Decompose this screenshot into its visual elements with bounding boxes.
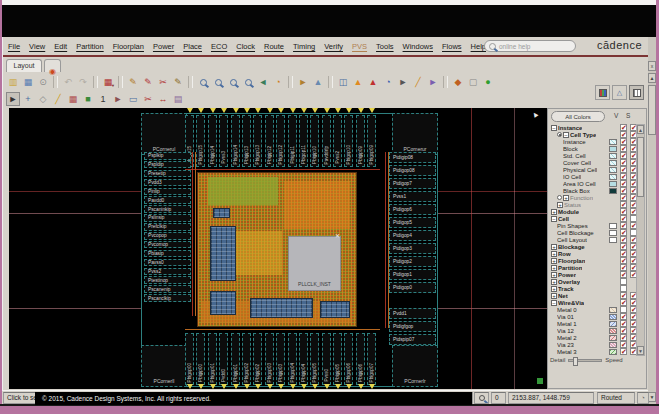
scroll-up-icon[interactable]: ▲: [637, 125, 644, 134]
expand-icon[interactable]: +: [551, 293, 557, 299]
io-pad-ptdigop7[interactable]: Ptdigop7: [389, 178, 436, 189]
io-pad-pbigip06[interactable]: Pbigip06: [356, 333, 365, 385]
color-swatch[interactable]: [609, 314, 617, 320]
violations-button[interactable]: ▲: [366, 75, 380, 89]
io-pad-pbigop10[interactable]: Pbigop10: [344, 115, 353, 167]
all-colors-button[interactable]: All Colors: [551, 111, 605, 122]
cut-wire-button[interactable]: ✂: [156, 75, 170, 89]
layer-label[interactable]: Via 01: [557, 314, 574, 320]
layer-label[interactable]: Floorplan: [558, 258, 585, 264]
up-hierarchy-button[interactable]: ▲: [311, 75, 325, 89]
v-checkbox[interactable]: [620, 278, 627, 285]
layer-label[interactable]: Row: [558, 251, 571, 257]
io-pad-pvdd3[interactable]: Pvdd3: [144, 179, 191, 187]
io-pad-ptdigop0[interactable]: Ptdigop0: [389, 282, 436, 293]
outer-scrollbar[interactable]: x ▲ ▼: [648, 37, 656, 406]
io-pad-presetip[interactable]: Presetip: [144, 170, 191, 178]
timing-clock-button[interactable]: ◔: [381, 75, 395, 89]
color-swatch[interactable]: [609, 342, 617, 348]
menu-flows[interactable]: Flows: [442, 42, 462, 51]
io-pad-pbigop06[interactable]: Pbigop06: [344, 333, 353, 385]
io-pad-pbigip03[interactable]: Pbigip03: [276, 333, 285, 385]
edit-rect-tool-button[interactable]: ▭: [126, 92, 140, 106]
color-swatch[interactable]: [609, 167, 617, 173]
summary-report-button[interactable]: ◫: [336, 75, 350, 89]
io-pad-pscanclkip[interactable]: Pscanclkip: [144, 294, 191, 302]
io-pad-pbigop05[interactable]: Pbigop05: [310, 333, 319, 385]
v-checkbox[interactable]: [620, 299, 627, 306]
color-preferences-button[interactable]: [595, 85, 610, 100]
corner-pad-ll[interactable]: PCornerll: [141, 345, 187, 387]
color-swatch[interactable]: [609, 153, 617, 159]
io-pad-pvdd1[interactable]: Pvdd1: [389, 308, 436, 319]
layer-label[interactable]: Status: [564, 202, 581, 208]
macro-block[interactable]: [213, 208, 230, 218]
layer-label[interactable]: Blockage: [558, 244, 585, 250]
io-pad-pscaninkip[interactable]: Pscaninkip: [144, 205, 191, 213]
menu-eco[interactable]: ECO: [211, 42, 227, 51]
dropdown-icon[interactable]: ▼: [111, 83, 115, 88]
io-pad-pbigip10[interactable]: Pbigip10: [310, 115, 319, 167]
layer-label[interactable]: Pin Shapes: [557, 223, 588, 229]
expand-icon[interactable]: +: [551, 272, 557, 278]
io-pad-pbigop04[interactable]: Pbigop04: [288, 333, 297, 385]
color-swatch[interactable]: [609, 139, 617, 145]
io-pad-pvss2[interactable]: Pvss2: [333, 115, 342, 167]
menu-route[interactable]: Route: [264, 42, 284, 51]
corner-pad-ul[interactable]: PCornerul: [141, 113, 187, 155]
menu-floorplan[interactable]: Floorplan: [113, 42, 144, 51]
io-pad-pbigip14[interactable]: Pbigip14: [208, 115, 217, 167]
io-pad-pvcomop[interactable]: Pvcomop: [144, 241, 191, 249]
io-pad-ptdigop4[interactable]: Ptdigop4: [389, 230, 436, 241]
io-pad-pbigop15[interactable]: Pbigop15: [196, 115, 205, 167]
menu-edit[interactable]: Edit: [54, 42, 67, 51]
expand-icon[interactable]: +: [551, 258, 557, 264]
zoom-selected-button[interactable]: [196, 75, 210, 89]
macro-block[interactable]: [210, 226, 236, 281]
redraw-button[interactable]: ◔: [271, 75, 285, 89]
menu-verify[interactable]: Verify: [324, 42, 343, 51]
ruler-tool-button[interactable]: ╱: [51, 92, 65, 106]
io-pad-ptestinop[interactable]: Ptestinop: [144, 276, 191, 284]
label-tool-button[interactable]: 1: [96, 92, 110, 106]
layer-label[interactable]: Cell: [558, 216, 569, 222]
io-pad-pvss1[interactable]: Pvss1: [389, 191, 436, 202]
detail-slider[interactable]: [568, 359, 602, 362]
layer-label[interactable]: Wire&Via: [558, 300, 584, 306]
layer-label[interactable]: Metal 2: [557, 335, 577, 341]
add-wire-button[interactable]: ✎: [141, 75, 155, 89]
layer-label[interactable]: Power: [558, 272, 576, 278]
color-swatch[interactable]: [609, 181, 617, 187]
expand-icon[interactable]: +: [551, 251, 557, 257]
io-pad-pbigop00[interactable]: Pbigop00: [185, 333, 194, 385]
io-pad-ptdigop08[interactable]: Ptdigop08: [389, 165, 436, 176]
io-pad-pbigop14[interactable]: Pbigop14: [231, 115, 240, 167]
layer-label[interactable]: Net: [558, 293, 568, 299]
io-pad-pvcopop[interactable]: Pvcopop: [144, 232, 191, 240]
search-coord-button[interactable]: [474, 392, 489, 404]
radio-on[interactable]: [557, 132, 562, 137]
io-pad-ptdigop2[interactable]: Ptdigop2: [389, 256, 436, 267]
view-mode-button[interactable]: ▦▼: [101, 75, 115, 89]
close-icon[interactable]: x: [648, 61, 656, 71]
color-swatch[interactable]: [609, 328, 617, 334]
io-pad-pbigip01[interactable]: Pbigip01: [231, 333, 240, 385]
io-pad-pinlip[interactable]: Pinlip: [144, 188, 191, 196]
io-pad-pbigop13[interactable]: Pbigop13: [253, 115, 262, 167]
previous-view-button[interactable]: ◄: [256, 75, 270, 89]
color-swatch[interactable]: [609, 230, 617, 236]
io-pad-psplkip[interactable]: Psplkip: [144, 152, 191, 160]
macro-block[interactable]: [210, 291, 236, 315]
collapse-icon[interactable]: −: [551, 300, 557, 306]
io-pad-pbigop02[interactable]: Pbigop02: [242, 333, 251, 385]
layer-label[interactable]: Physical Cell: [563, 167, 597, 173]
io-pad-ptdigop5[interactable]: Ptdigop5: [389, 217, 436, 228]
layout-canvas[interactable]: ▲ PCornerul PCornerur PCornerll PCornerl…: [9, 108, 547, 389]
move-wire-button[interactable]: ✎: [171, 75, 185, 89]
corner-pad-ur[interactable]: PCornerur: [392, 113, 438, 155]
io-pad-pspldip[interactable]: Pspldip: [144, 161, 191, 169]
blank-view-button[interactable]: ▢: [466, 75, 480, 89]
color-swatch[interactable]: [609, 188, 617, 194]
layer-label[interactable]: Black Box: [563, 188, 590, 194]
expand-icon[interactable]: +: [551, 279, 557, 285]
